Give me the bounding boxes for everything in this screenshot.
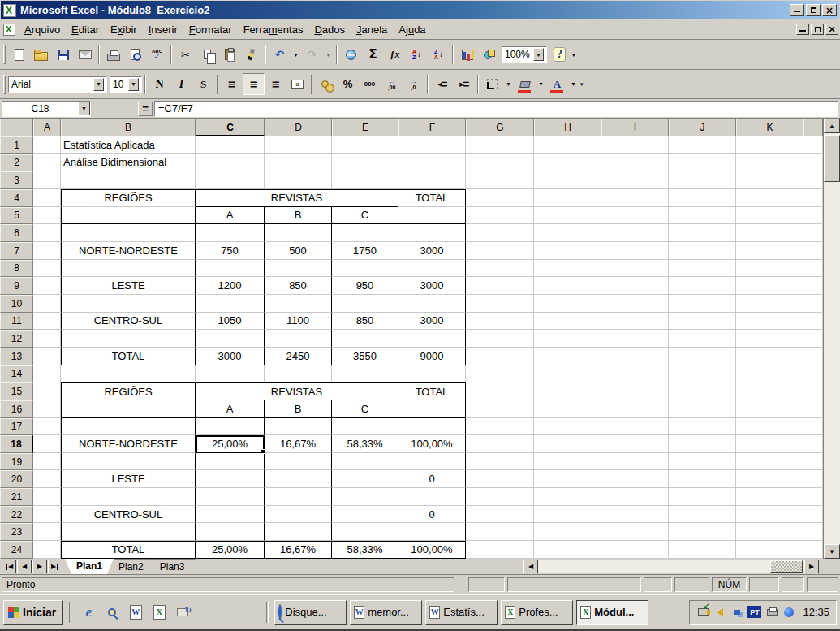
cell-B22[interactable]: CENTRO-SUL <box>61 506 196 524</box>
redo-button[interactable]: ↷ <box>301 44 323 66</box>
cell-D12[interactable] <box>265 330 332 348</box>
cell-B19[interactable] <box>61 453 196 471</box>
cell-E10[interactable] <box>332 295 398 313</box>
doc-restore-button[interactable] <box>811 24 824 35</box>
currency-button[interactable] <box>315 73 337 95</box>
first-sheet-button[interactable]: ◀ <box>2 560 16 573</box>
cell-D17[interactable] <box>265 418 332 436</box>
select-all-corner[interactable] <box>0 119 33 136</box>
borders-button[interactable] <box>481 73 503 95</box>
cell-F19[interactable] <box>398 453 466 471</box>
last-sheet-button[interactable]: ▶ <box>48 560 62 573</box>
cell-J21[interactable] <box>669 488 736 506</box>
cell-I10[interactable] <box>601 295 669 313</box>
row-header-16[interactable]: 16 <box>0 400 33 418</box>
cell-G6[interactable] <box>466 224 534 242</box>
cell-J3[interactable] <box>669 171 736 189</box>
borders-dropdown[interactable]: ▼ <box>503 73 514 95</box>
cell-F2[interactable] <box>398 154 466 172</box>
excel-app-icon[interactable] <box>3 4 16 17</box>
sheet-tab-plan3[interactable]: Plan3 <box>149 559 196 574</box>
cell-J4[interactable] <box>669 189 736 207</box>
cell-K3[interactable] <box>736 171 803 189</box>
search-icon[interactable] <box>104 604 120 620</box>
row-header-13[interactable]: 13 <box>0 348 33 365</box>
cell-D8[interactable] <box>265 260 332 278</box>
cell-E1[interactable] <box>332 136 398 154</box>
cell-K16[interactable] <box>736 400 803 418</box>
cell-E20[interactable] <box>332 470 398 488</box>
cell-G10[interactable] <box>466 295 534 313</box>
cell-H10[interactable] <box>534 295 601 313</box>
cell-B5[interactable] <box>61 207 196 225</box>
cell-D22[interactable] <box>265 506 332 524</box>
cell-A11[interactable] <box>33 313 61 331</box>
cell-B20[interactable]: LESTE <box>61 470 196 488</box>
cell-I3[interactable] <box>601 171 669 189</box>
cell-A21[interactable] <box>33 488 61 506</box>
cell-H22[interactable] <box>534 506 601 524</box>
cell-E17[interactable] <box>332 418 398 436</box>
cell-C19[interactable] <box>196 453 265 471</box>
cell-B4[interactable]: REGIÕES <box>61 189 196 207</box>
cell-D11[interactable]: 1100 <box>265 313 332 331</box>
cell-F15[interactable]: TOTAL <box>398 382 466 400</box>
row-header-23[interactable]: 23 <box>0 523 33 541</box>
cell-A16[interactable] <box>33 400 61 418</box>
cell-F6[interactable] <box>398 224 466 242</box>
cell-C16[interactable]: A <box>196 400 265 418</box>
cell-E16[interactable]: C <box>332 400 398 418</box>
cell-A4[interactable] <box>33 189 61 207</box>
cell-I22[interactable] <box>601 506 669 524</box>
scroll-down-button[interactable]: ▼ <box>824 544 840 559</box>
zoom-select[interactable]: 100%▼ <box>502 46 547 63</box>
font-color-button[interactable]: A <box>546 73 568 95</box>
cell-H6[interactable] <box>534 224 601 242</box>
cell-E24[interactable]: 58,33% <box>332 541 398 559</box>
cell-F24[interactable]: 100,00% <box>398 541 466 559</box>
cell-D24[interactable]: 16,67% <box>265 541 332 559</box>
start-button[interactable]: Iniciar <box>3 600 63 625</box>
cell-J20[interactable] <box>669 470 736 488</box>
cell-C18[interactable]: 25,00% <box>196 435 265 453</box>
cell-J12[interactable] <box>669 330 736 348</box>
cell-G17[interactable] <box>466 418 534 436</box>
cell-G19[interactable] <box>466 453 534 471</box>
cell-F10[interactable] <box>398 295 466 313</box>
cell-K10[interactable] <box>736 295 803 313</box>
cell-A9[interactable] <box>33 277 61 295</box>
task-button-estatis[interactable]: WEstatís... <box>425 600 498 625</box>
cell-C23[interactable] <box>196 523 265 541</box>
row-header-19[interactable]: 19 <box>0 453 33 471</box>
scroll-right-button[interactable]: ▶ <box>804 560 819 573</box>
column-header-J[interactable]: J <box>669 119 736 136</box>
cell-B24[interactable]: TOTAL <box>61 541 196 559</box>
edit-formula-button[interactable]: = <box>138 102 153 116</box>
horizontal-scrollbar[interactable]: ◀ ▶ <box>523 560 819 573</box>
row-header-12[interactable]: 12 <box>0 330 33 348</box>
row-header-6[interactable]: 6 <box>0 224 33 242</box>
increase-indent-button[interactable]: ▸≡ <box>453 73 475 95</box>
cell-F3[interactable] <box>398 171 466 189</box>
cell-A6[interactable] <box>33 224 61 242</box>
cell-B7[interactable]: NORTE-NORDESTE <box>61 242 196 260</box>
cell-A12[interactable] <box>33 330 61 348</box>
internet-explorer-icon[interactable]: e <box>80 604 97 620</box>
decrease-indent-button[interactable]: ◂≡ <box>431 73 453 95</box>
cell-H13[interactable] <box>534 348 601 365</box>
column-header-B[interactable]: B <box>61 119 196 136</box>
mail-sync-icon[interactable] <box>174 604 191 620</box>
previous-sheet-button[interactable]: ◀ <box>17 560 32 573</box>
cell-C6[interactable] <box>196 224 265 242</box>
column-header-K[interactable]: K <box>736 119 803 136</box>
cell-E6[interactable] <box>332 224 398 242</box>
name-box[interactable]: C18▼ <box>2 101 91 117</box>
cell-D21[interactable] <box>265 488 332 506</box>
language-indicator[interactable]: PT <box>747 606 761 618</box>
cell-J24[interactable] <box>669 541 736 559</box>
cell-A20[interactable] <box>33 470 61 488</box>
cell-G14[interactable] <box>466 365 534 383</box>
cell-H12[interactable] <box>534 330 601 348</box>
cell-F18[interactable]: 100,00% <box>398 435 466 453</box>
column-header-E[interactable]: E <box>332 119 398 136</box>
